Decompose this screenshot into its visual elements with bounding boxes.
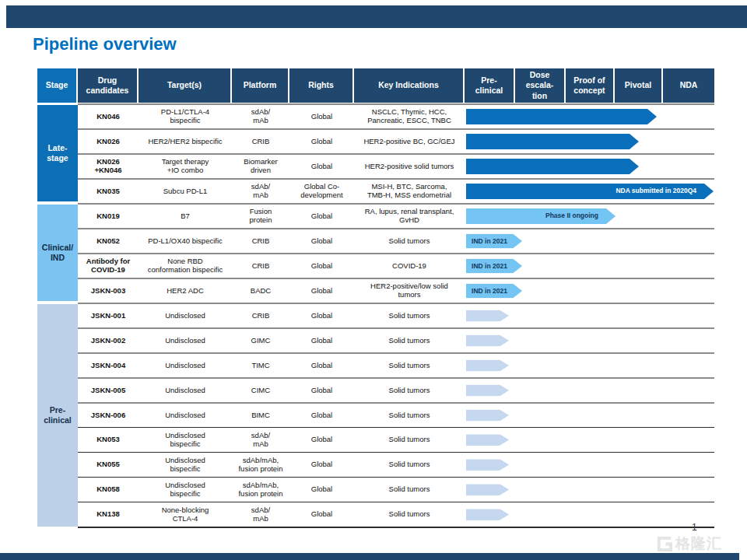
table-row: KN026HER2/HER2 bispecificCRIBGlobalHER2-… [78, 128, 714, 153]
target-cell: None RBD conformation bispecific [139, 254, 232, 278]
timeline-cell: IND in 2021 [465, 254, 714, 278]
progress-arrow [466, 509, 509, 520]
indications-cell: Solid tumors [354, 329, 465, 352]
progress-arrow [466, 335, 509, 347]
platform-cell: BIMC [232, 404, 289, 427]
progress-arrow: IND in 2021 [466, 234, 522, 249]
table-row: JSKN-003HER2 ADCBADCGlobalHER2-positive/… [78, 278, 714, 303]
target-cell: Undisclosed [139, 304, 232, 327]
stage-cell-pre: Pre- clinical [37, 304, 78, 527]
platform-cell: CRIB [232, 229, 289, 253]
table-row: KN052PD-L1/OX40 bispecificCRIBGlobalSoli… [78, 228, 714, 253]
indications-cell: COVID-19 [354, 254, 465, 278]
rights-cell: Global [289, 428, 354, 452]
target-cell: Undisclosed bispecific [139, 428, 232, 452]
candidate-cell: KN026 +KN046 [78, 155, 139, 178]
indications-cell: Solid tumors [354, 229, 465, 253]
header-cell-7: Dose escala- tion [515, 68, 566, 103]
rights-cell: Global [289, 379, 354, 402]
platform-cell: Fusion protein [232, 205, 289, 228]
timeline-cell [465, 478, 714, 502]
progress-arrow [466, 459, 509, 471]
gelonghui-logo-icon [655, 535, 673, 553]
candidate-cell: JSKN-002 [78, 329, 139, 352]
header-cell-2: Target(s) [139, 68, 232, 103]
platform-cell: sdAb/ mAb [232, 105, 289, 128]
progress-arrow [466, 385, 509, 397]
target-cell: Undisclosed [139, 354, 232, 377]
rights-cell: Global [289, 205, 354, 228]
timeline-cell [465, 379, 714, 402]
platform-cell: CRIB [232, 130, 289, 153]
timeline-cell: IND in 2021 [465, 229, 714, 253]
target-cell: Target therapy +IO combo [139, 155, 232, 178]
platform-cell: BADC [232, 279, 289, 303]
rights-cell: Global Co- development [289, 180, 354, 203]
progress-arrow [466, 310, 509, 322]
header-cell-10: NDA [663, 68, 714, 103]
table-row: KN035Subcu PD-L1sdAb/ mAbGlobal Co- deve… [78, 178, 714, 203]
candidate-cell: KN046 [78, 105, 139, 128]
rights-cell: Global [289, 229, 354, 253]
timeline-cell [465, 329, 714, 352]
timeline-cell [465, 428, 714, 452]
table-row: KN058Undisclosed bispecificsdAb/mAb, fus… [78, 477, 714, 502]
top-decoration-bar [6, 5, 747, 28]
timeline-cell [465, 502, 714, 527]
target-cell: HER2 ADC [139, 279, 232, 303]
rights-cell: Global [289, 502, 354, 527]
platform-cell: sdAb/mAb, fusion protein [232, 478, 289, 502]
header-cell-3: Platform [232, 68, 289, 103]
rights-cell: Global [289, 254, 354, 278]
stage-section-late: Late- stageKN046PD-L1/CTLA-4 bispecifics… [37, 103, 714, 203]
platform-cell: sdAb/ mAb [232, 428, 289, 452]
candidate-cell: KN058 [78, 478, 139, 502]
indications-cell: RA, lupus, renal transplant, GvHD [354, 205, 465, 228]
timeline-cell [465, 155, 714, 178]
stage-section-clinical: Clinical/ INDKN019B7Fusion proteinGlobal… [37, 203, 714, 303]
candidate-cell: KN055 [78, 453, 139, 477]
indications-cell: HER2-positive/low solid tumors [354, 279, 465, 303]
table-row: Antibody for COVID-19None RBD conformati… [78, 253, 714, 278]
target-cell: PD-L1/OX40 bispecific [139, 229, 232, 253]
timeline-cell [465, 105, 714, 128]
header-cell-8: Proof of concept [566, 68, 615, 103]
table-row: JSKN-005UndisclosedCIMCGlobalSolid tumor… [78, 377, 714, 402]
table-header-row: StageDrug candidatesTarget(s)PlatformRig… [37, 68, 714, 103]
header-cell-1: Drug candidates [78, 68, 139, 103]
table-row: KN046PD-L1/CTLA-4 bispecificsdAb/ mAbGlo… [78, 103, 714, 128]
table-row: KN026 +KN046Target therapy +IO comboBiom… [78, 153, 714, 178]
target-cell: Undisclosed bispecific [139, 478, 232, 502]
candidate-cell: KN138 [78, 502, 139, 527]
progress-arrow [466, 159, 639, 174]
progress-arrow [466, 134, 639, 149]
timeline-cell: NDA submitted in 2020Q4 [465, 180, 714, 203]
timeline-cell: IND in 2021 [465, 279, 714, 303]
header-cell-5: Key Indications [354, 68, 465, 103]
indications-cell: Solid tumors [354, 304, 465, 327]
rights-cell: Global [289, 105, 354, 128]
platform-cell: sdAb/mAb, fusion protein [232, 453, 289, 477]
timeline-cell: Phase II ongoing [465, 205, 714, 228]
table-row: JSKN-002UndisclosedGIMCGlobalSolid tumor… [78, 327, 714, 352]
progress-arrow [466, 109, 657, 124]
target-cell: None-blocking CTLA-4 [139, 502, 232, 527]
indications-cell: MSI-H, BTC, Sarcoma, TMB-H, MSS endometr… [354, 180, 465, 203]
watermark-text: 格隆汇 [675, 534, 722, 554]
target-cell: B7 [139, 205, 232, 228]
indications-cell: Solid tumors [354, 404, 465, 427]
progress-arrow [466, 484, 509, 495]
progress-arrow-label: IND in 2021 [466, 237, 522, 245]
table-row: KN055Undisclosed bispecificsdAb/mAb, fus… [78, 452, 714, 477]
timeline-cell [465, 453, 714, 477]
progress-arrow [466, 410, 509, 422]
candidate-cell: JSKN-006 [78, 404, 139, 427]
candidate-cell: KN053 [78, 428, 139, 452]
timeline-cell [465, 304, 714, 327]
candidate-cell: KN052 [78, 229, 139, 253]
candidate-cell: KN035 [78, 180, 139, 203]
progress-arrow: IND in 2021 [466, 259, 522, 274]
header-cell-0: Stage [37, 68, 78, 103]
target-cell: HER2/HER2 bispecific [139, 130, 232, 153]
rights-cell: Global [289, 354, 354, 377]
